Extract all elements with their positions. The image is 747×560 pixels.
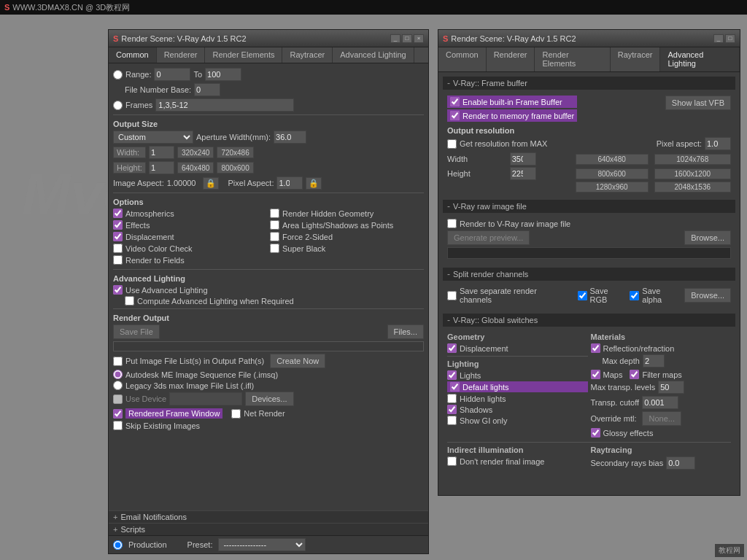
render-memory-check[interactable] — [450, 111, 460, 120]
reflection-check[interactable] — [591, 343, 600, 353]
render-fields-check[interactable] — [113, 255, 123, 265]
height-input[interactable] — [149, 161, 174, 174]
pixel-aspect-lock[interactable]: 🔒 — [306, 177, 322, 190]
preset-320x240[interactable]: 320x240 — [177, 147, 214, 158]
production-radio[interactable] — [113, 540, 123, 550]
frames-radio[interactable] — [113, 101, 123, 110]
res-1280x960-btn[interactable]: 1280x960 — [576, 182, 649, 192]
max-depth-input[interactable] — [643, 354, 665, 368]
tab-render-elements-r[interactable]: Render Elements — [535, 47, 610, 71]
super-black-check[interactable] — [270, 244, 279, 253]
use-device-check[interactable] — [113, 394, 123, 404]
tab-render-elements[interactable]: Render Elements — [205, 47, 282, 63]
tab-renderer-r[interactable]: Renderer — [487, 47, 535, 71]
width-input[interactable] — [149, 146, 174, 159]
width-input-r[interactable] — [510, 152, 536, 166]
video-color-check[interactable] — [113, 244, 123, 253]
pixel-aspect-input-r[interactable] — [705, 137, 731, 150]
res-747x560-btn[interactable]: 747x560 — [654, 154, 731, 165]
frames-input[interactable] — [155, 98, 294, 112]
split-browse-button[interactable]: Browse... — [684, 288, 731, 303]
minus-icon-fb[interactable]: - — [447, 78, 450, 88]
use-adv-lighting-check[interactable] — [113, 285, 123, 295]
files-button[interactable]: Files... — [387, 324, 424, 339]
minus-icon-gs[interactable]: - — [447, 315, 450, 325]
get-res-check[interactable] — [447, 139, 457, 149]
range-from[interactable] — [154, 68, 190, 81]
file-number-input[interactable] — [194, 83, 220, 96]
enable-fb-check[interactable] — [450, 97, 460, 106]
filter-maps-check[interactable] — [630, 370, 639, 379]
res-640x480-btn[interactable]: 640x480 — [576, 154, 649, 165]
minimize-button[interactable]: _ — [390, 34, 400, 43]
transp-cutoff-input[interactable] — [642, 396, 678, 409]
scripts-expand[interactable]: + Scripts — [109, 523, 428, 535]
res-2048x1536-btn[interactable]: 2048x1536 — [654, 182, 731, 192]
minimize-button-r[interactable]: _ — [713, 34, 724, 43]
range-radio[interactable] — [113, 70, 123, 79]
tab-advanced-lighting-r[interactable]: Advanced Lighting — [660, 47, 740, 71]
effects-check[interactable] — [113, 220, 123, 230]
create-now-button[interactable]: Create Now — [270, 354, 325, 368]
max-transp-input[interactable] — [658, 381, 684, 394]
preset-640x480[interactable]: 640x480 — [177, 162, 214, 174]
preset-720x486[interactable]: 720x486 — [217, 147, 253, 158]
res-800x600-btn[interactable]: 800x600 — [576, 168, 649, 179]
legacy-radio[interactable] — [113, 381, 123, 390]
tab-common-r[interactable]: Common — [438, 47, 487, 71]
lights-check[interactable] — [447, 370, 457, 380]
maximize-button-r[interactable]: □ — [725, 34, 735, 43]
range-to[interactable] — [205, 68, 241, 81]
secondary-rays-input[interactable] — [666, 456, 695, 470]
show-gi-check[interactable] — [447, 416, 457, 425]
hidden-lights-check[interactable] — [447, 394, 457, 403]
save-rgb-check[interactable] — [578, 291, 587, 300]
glossy-check[interactable] — [591, 428, 600, 438]
device-name-input[interactable] — [169, 392, 242, 405]
override-mtl-button[interactable]: None... — [642, 411, 681, 426]
devices-button[interactable]: Devices... — [245, 392, 293, 406]
save-separate-check[interactable] — [447, 291, 457, 300]
render-hidden-check[interactable] — [270, 209, 279, 218]
raw-browse-button[interactable]: Browse... — [684, 230, 731, 245]
tab-raytracer-r[interactable]: Raytracer — [611, 47, 661, 71]
displacement-check[interactable] — [113, 232, 123, 241]
rendered-frame-check[interactable] — [113, 409, 123, 419]
preset-800x600[interactable]: 800x600 — [217, 162, 253, 174]
maximize-button[interactable]: □ — [402, 34, 412, 43]
shadows-check[interactable] — [447, 405, 457, 414]
preset-select[interactable]: ---------------- — [218, 538, 306, 551]
compute-adv-lighting-check[interactable] — [125, 296, 134, 306]
save-alpha-check[interactable] — [630, 291, 639, 300]
put-image-check[interactable] — [113, 357, 123, 366]
atmospherics-check[interactable] — [113, 209, 123, 218]
maps-check[interactable] — [591, 370, 600, 379]
res-1600x1200-btn[interactable]: 1600x1200 — [654, 168, 731, 179]
minus-icon-split[interactable]: - — [447, 269, 450, 279]
render-raw-check[interactable] — [447, 219, 457, 228]
default-lights-check[interactable] — [450, 382, 460, 392]
dont-render-check[interactable] — [447, 456, 457, 466]
options-title: Options — [113, 198, 424, 206]
output-size-select[interactable]: Custom — [113, 131, 193, 144]
email-notifications-expand[interactable]: + Email Notifications — [109, 510, 428, 523]
tab-raytracer[interactable]: Raytracer — [282, 47, 333, 63]
area-lights-check[interactable] — [270, 220, 279, 230]
pixel-aspect-input[interactable] — [276, 176, 303, 190]
generate-preview-button[interactable]: Generate preview... — [447, 230, 530, 245]
aperture-input[interactable] — [274, 131, 306, 144]
lock-icon[interactable]: 🔒 — [203, 177, 219, 190]
skip-existing-check[interactable] — [113, 421, 123, 430]
save-file-button[interactable]: Save File — [113, 324, 160, 339]
tab-common[interactable]: Common — [109, 47, 157, 63]
force-2sided-check[interactable] — [270, 232, 279, 241]
net-render-check[interactable] — [231, 409, 241, 419]
height-input-r[interactable] — [510, 167, 536, 180]
tab-renderer[interactable]: Renderer — [157, 47, 206, 63]
close-button[interactable]: × — [414, 34, 424, 43]
gs-displacement-check[interactable] — [447, 343, 457, 353]
show-last-vfb-button[interactable]: Show last VFB — [665, 96, 731, 110]
tab-advanced-lighting[interactable]: Advanced Lighting — [333, 47, 414, 63]
minus-icon-raw[interactable]: - — [447, 201, 450, 211]
autodesk-radio[interactable] — [113, 370, 123, 379]
